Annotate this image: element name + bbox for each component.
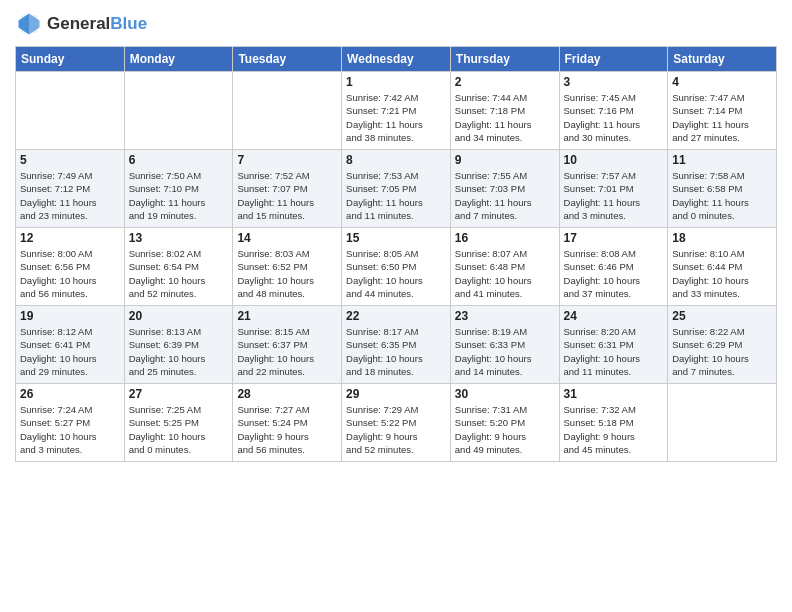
day-cell-28: 28Sunrise: 7:27 AM Sunset: 5:24 PM Dayli… bbox=[233, 384, 342, 462]
day-number: 13 bbox=[129, 231, 229, 245]
weekday-header-thursday: Thursday bbox=[450, 47, 559, 72]
day-info: Sunrise: 7:25 AM Sunset: 5:25 PM Dayligh… bbox=[129, 403, 229, 456]
day-info: Sunrise: 7:29 AM Sunset: 5:22 PM Dayligh… bbox=[346, 403, 446, 456]
day-cell-30: 30Sunrise: 7:31 AM Sunset: 5:20 PM Dayli… bbox=[450, 384, 559, 462]
day-number: 16 bbox=[455, 231, 555, 245]
day-info: Sunrise: 8:20 AM Sunset: 6:31 PM Dayligh… bbox=[564, 325, 664, 378]
day-cell-15: 15Sunrise: 8:05 AM Sunset: 6:50 PM Dayli… bbox=[342, 228, 451, 306]
day-info: Sunrise: 8:02 AM Sunset: 6:54 PM Dayligh… bbox=[129, 247, 229, 300]
week-row-4: 19Sunrise: 8:12 AM Sunset: 6:41 PM Dayli… bbox=[16, 306, 777, 384]
day-info: Sunrise: 7:31 AM Sunset: 5:20 PM Dayligh… bbox=[455, 403, 555, 456]
day-number: 3 bbox=[564, 75, 664, 89]
weekday-header-friday: Friday bbox=[559, 47, 668, 72]
day-info: Sunrise: 7:50 AM Sunset: 7:10 PM Dayligh… bbox=[129, 169, 229, 222]
calendar-table: SundayMondayTuesdayWednesdayThursdayFrid… bbox=[15, 46, 777, 462]
day-cell-11: 11Sunrise: 7:58 AM Sunset: 6:58 PM Dayli… bbox=[668, 150, 777, 228]
week-row-1: 1Sunrise: 7:42 AM Sunset: 7:21 PM Daylig… bbox=[16, 72, 777, 150]
weekday-header-wednesday: Wednesday bbox=[342, 47, 451, 72]
day-number: 29 bbox=[346, 387, 446, 401]
day-info: Sunrise: 7:45 AM Sunset: 7:16 PM Dayligh… bbox=[564, 91, 664, 144]
day-number: 4 bbox=[672, 75, 772, 89]
day-number: 10 bbox=[564, 153, 664, 167]
day-info: Sunrise: 8:12 AM Sunset: 6:41 PM Dayligh… bbox=[20, 325, 120, 378]
day-info: Sunrise: 8:03 AM Sunset: 6:52 PM Dayligh… bbox=[237, 247, 337, 300]
day-cell-19: 19Sunrise: 8:12 AM Sunset: 6:41 PM Dayli… bbox=[16, 306, 125, 384]
week-row-2: 5Sunrise: 7:49 AM Sunset: 7:12 PM Daylig… bbox=[16, 150, 777, 228]
day-number: 26 bbox=[20, 387, 120, 401]
day-info: Sunrise: 7:24 AM Sunset: 5:27 PM Dayligh… bbox=[20, 403, 120, 456]
day-info: Sunrise: 7:47 AM Sunset: 7:14 PM Dayligh… bbox=[672, 91, 772, 144]
day-info: Sunrise: 8:08 AM Sunset: 6:46 PM Dayligh… bbox=[564, 247, 664, 300]
day-cell-22: 22Sunrise: 8:17 AM Sunset: 6:35 PM Dayli… bbox=[342, 306, 451, 384]
day-info: Sunrise: 7:55 AM Sunset: 7:03 PM Dayligh… bbox=[455, 169, 555, 222]
day-number: 14 bbox=[237, 231, 337, 245]
day-number: 11 bbox=[672, 153, 772, 167]
day-info: Sunrise: 7:49 AM Sunset: 7:12 PM Dayligh… bbox=[20, 169, 120, 222]
day-number: 5 bbox=[20, 153, 120, 167]
day-number: 8 bbox=[346, 153, 446, 167]
logo: GeneralBlue bbox=[15, 10, 147, 38]
day-info: Sunrise: 8:00 AM Sunset: 6:56 PM Dayligh… bbox=[20, 247, 120, 300]
day-number: 12 bbox=[20, 231, 120, 245]
day-cell-26: 26Sunrise: 7:24 AM Sunset: 5:27 PM Dayli… bbox=[16, 384, 125, 462]
day-info: Sunrise: 7:32 AM Sunset: 5:18 PM Dayligh… bbox=[564, 403, 664, 456]
logo-text: GeneralBlue bbox=[47, 15, 147, 34]
day-cell-12: 12Sunrise: 8:00 AM Sunset: 6:56 PM Dayli… bbox=[16, 228, 125, 306]
day-info: Sunrise: 7:57 AM Sunset: 7:01 PM Dayligh… bbox=[564, 169, 664, 222]
day-info: Sunrise: 7:27 AM Sunset: 5:24 PM Dayligh… bbox=[237, 403, 337, 456]
day-number: 6 bbox=[129, 153, 229, 167]
day-info: Sunrise: 8:10 AM Sunset: 6:44 PM Dayligh… bbox=[672, 247, 772, 300]
day-cell-21: 21Sunrise: 8:15 AM Sunset: 6:37 PM Dayli… bbox=[233, 306, 342, 384]
day-number: 21 bbox=[237, 309, 337, 323]
day-number: 18 bbox=[672, 231, 772, 245]
weekday-header-tuesday: Tuesday bbox=[233, 47, 342, 72]
day-cell-25: 25Sunrise: 8:22 AM Sunset: 6:29 PM Dayli… bbox=[668, 306, 777, 384]
day-info: Sunrise: 8:17 AM Sunset: 6:35 PM Dayligh… bbox=[346, 325, 446, 378]
day-cell-6: 6Sunrise: 7:50 AM Sunset: 7:10 PM Daylig… bbox=[124, 150, 233, 228]
empty-cell bbox=[16, 72, 125, 150]
day-number: 19 bbox=[20, 309, 120, 323]
day-number: 23 bbox=[455, 309, 555, 323]
day-number: 28 bbox=[237, 387, 337, 401]
day-cell-10: 10Sunrise: 7:57 AM Sunset: 7:01 PM Dayli… bbox=[559, 150, 668, 228]
empty-cell bbox=[668, 384, 777, 462]
day-number: 20 bbox=[129, 309, 229, 323]
weekday-header-row: SundayMondayTuesdayWednesdayThursdayFrid… bbox=[16, 47, 777, 72]
day-number: 7 bbox=[237, 153, 337, 167]
day-cell-2: 2Sunrise: 7:44 AM Sunset: 7:18 PM Daylig… bbox=[450, 72, 559, 150]
day-cell-9: 9Sunrise: 7:55 AM Sunset: 7:03 PM Daylig… bbox=[450, 150, 559, 228]
header: GeneralBlue bbox=[15, 10, 777, 38]
day-cell-8: 8Sunrise: 7:53 AM Sunset: 7:05 PM Daylig… bbox=[342, 150, 451, 228]
day-info: Sunrise: 7:53 AM Sunset: 7:05 PM Dayligh… bbox=[346, 169, 446, 222]
day-cell-14: 14Sunrise: 8:03 AM Sunset: 6:52 PM Dayli… bbox=[233, 228, 342, 306]
day-cell-23: 23Sunrise: 8:19 AM Sunset: 6:33 PM Dayli… bbox=[450, 306, 559, 384]
day-number: 25 bbox=[672, 309, 772, 323]
day-cell-3: 3Sunrise: 7:45 AM Sunset: 7:16 PM Daylig… bbox=[559, 72, 668, 150]
day-cell-5: 5Sunrise: 7:49 AM Sunset: 7:12 PM Daylig… bbox=[16, 150, 125, 228]
day-number: 31 bbox=[564, 387, 664, 401]
day-info: Sunrise: 8:19 AM Sunset: 6:33 PM Dayligh… bbox=[455, 325, 555, 378]
day-number: 30 bbox=[455, 387, 555, 401]
day-info: Sunrise: 7:58 AM Sunset: 6:58 PM Dayligh… bbox=[672, 169, 772, 222]
day-number: 2 bbox=[455, 75, 555, 89]
day-info: Sunrise: 8:05 AM Sunset: 6:50 PM Dayligh… bbox=[346, 247, 446, 300]
page: GeneralBlue SundayMondayTuesdayWednesday… bbox=[0, 0, 792, 612]
logo-icon bbox=[15, 10, 43, 38]
empty-cell bbox=[124, 72, 233, 150]
day-cell-16: 16Sunrise: 8:07 AM Sunset: 6:48 PM Dayli… bbox=[450, 228, 559, 306]
day-cell-31: 31Sunrise: 7:32 AM Sunset: 5:18 PM Dayli… bbox=[559, 384, 668, 462]
day-number: 27 bbox=[129, 387, 229, 401]
day-number: 9 bbox=[455, 153, 555, 167]
day-cell-29: 29Sunrise: 7:29 AM Sunset: 5:22 PM Dayli… bbox=[342, 384, 451, 462]
day-cell-17: 17Sunrise: 8:08 AM Sunset: 6:46 PM Dayli… bbox=[559, 228, 668, 306]
weekday-header-saturday: Saturday bbox=[668, 47, 777, 72]
day-cell-1: 1Sunrise: 7:42 AM Sunset: 7:21 PM Daylig… bbox=[342, 72, 451, 150]
day-info: Sunrise: 8:13 AM Sunset: 6:39 PM Dayligh… bbox=[129, 325, 229, 378]
day-cell-7: 7Sunrise: 7:52 AM Sunset: 7:07 PM Daylig… bbox=[233, 150, 342, 228]
day-number: 15 bbox=[346, 231, 446, 245]
day-info: Sunrise: 7:42 AM Sunset: 7:21 PM Dayligh… bbox=[346, 91, 446, 144]
day-cell-4: 4Sunrise: 7:47 AM Sunset: 7:14 PM Daylig… bbox=[668, 72, 777, 150]
day-info: Sunrise: 8:22 AM Sunset: 6:29 PM Dayligh… bbox=[672, 325, 772, 378]
day-cell-24: 24Sunrise: 8:20 AM Sunset: 6:31 PM Dayli… bbox=[559, 306, 668, 384]
week-row-3: 12Sunrise: 8:00 AM Sunset: 6:56 PM Dayli… bbox=[16, 228, 777, 306]
